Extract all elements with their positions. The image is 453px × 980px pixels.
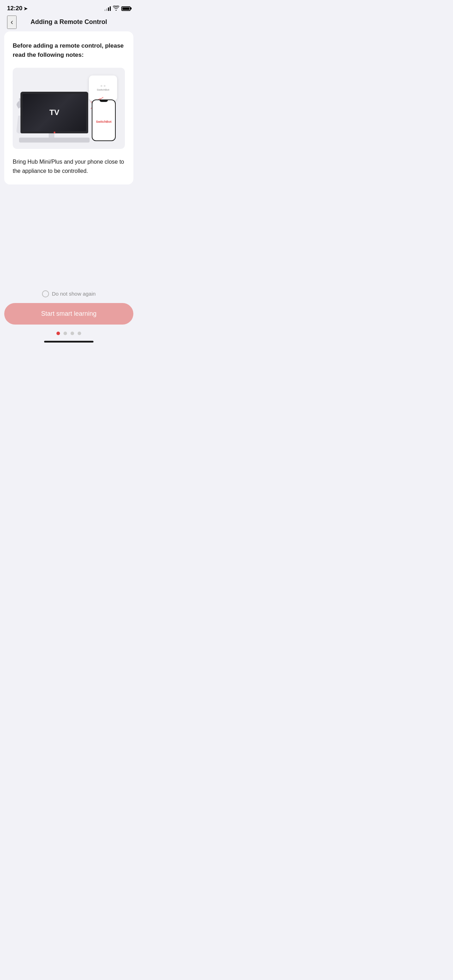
hub-indicator xyxy=(100,85,105,87)
tv-label: TV xyxy=(49,108,59,117)
signal-icon xyxy=(105,6,111,11)
back-button[interactable]: ‹ xyxy=(7,16,17,29)
do-not-show-row[interactable]: Do not show again xyxy=(0,290,138,298)
description-text: Bring Hub Mini/Plus and your phone close… xyxy=(13,158,125,176)
tv-neck xyxy=(49,134,54,138)
do-not-show-label: Do not show again xyxy=(52,291,95,297)
tv-power-dot xyxy=(54,132,56,134)
wifi-icon xyxy=(113,6,119,12)
phone-notch xyxy=(100,100,108,102)
pagination-dots xyxy=(0,332,138,335)
hub-label: SwitchBot xyxy=(97,88,110,91)
phone-device: SwitchBot xyxy=(92,99,116,141)
status-time: 12:20 ➤ xyxy=(7,5,27,12)
pagination-dot-4[interactable] xyxy=(78,332,81,335)
pagination-dot-2[interactable] xyxy=(64,332,67,335)
location-icon: ➤ xyxy=(24,6,27,11)
time-display: 12:20 xyxy=(7,5,22,12)
tv-screen: TV xyxy=(22,94,86,131)
pagination-dot-3[interactable] xyxy=(71,332,74,335)
start-smart-learning-button[interactable]: Start smart learning xyxy=(4,303,134,325)
status-bar: 12:20 ➤ xyxy=(0,0,138,15)
spacer xyxy=(0,185,138,283)
pagination-dot-1[interactable] xyxy=(56,332,60,335)
tv-device: TV xyxy=(21,92,88,134)
tv-stand xyxy=(19,138,90,143)
status-icons xyxy=(105,6,130,12)
illustration: TV SwitchBot xyxy=(13,68,125,149)
nav-header: ‹ Adding a Remote Control xyxy=(0,15,138,32)
do-not-show-checkbox[interactable] xyxy=(42,290,49,298)
home-indicator xyxy=(44,341,94,342)
phone-brand-label: SwitchBot xyxy=(96,120,111,124)
main-card: Before adding a remote control, please r… xyxy=(4,32,134,185)
battery-icon xyxy=(121,6,130,11)
cta-button-label: Start smart learning xyxy=(41,310,96,317)
page-title: Adding a Remote Control xyxy=(31,18,107,26)
notes-title: Before adding a remote control, please r… xyxy=(13,41,125,59)
